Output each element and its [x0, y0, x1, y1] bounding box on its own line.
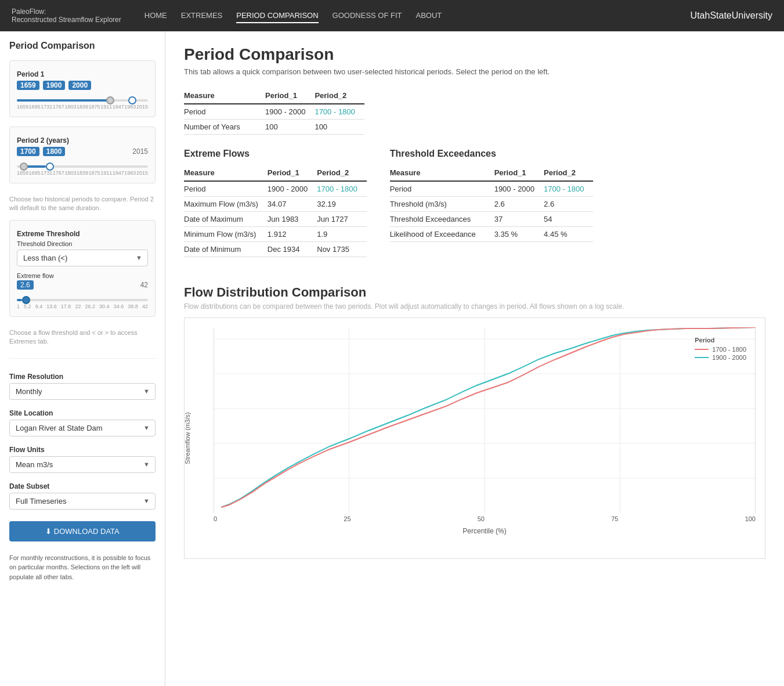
date-subset-section: Date Subset Full Timeseries ▼	[9, 480, 156, 510]
x-tick-0: 0	[214, 515, 217, 522]
overview-row1-col1: 100	[265, 120, 315, 135]
x-axis-label: Percentile (%)	[214, 527, 756, 535]
te-th-measure: Measure	[390, 165, 494, 181]
overview-row0-col1: 1900 - 2000	[265, 104, 315, 120]
main-layout: Period Comparison Period 1 1659 1900 200…	[0, 31, 784, 686]
ef-r1-c2: 32.19	[317, 197, 366, 212]
te-th-period2: Period_2	[544, 165, 593, 181]
period2-thumb2[interactable]	[46, 163, 54, 171]
table-row: Threshold Exceedances 37 54	[390, 212, 594, 227]
chart-svg: 10 5	[214, 327, 756, 513]
x-tick-1: 25	[344, 515, 351, 522]
time-resolution-select[interactable]: Monthly Annual	[9, 383, 156, 400]
site-location-wrapper: Logan River at State Dam ▼	[9, 420, 156, 436]
logo-normal: University	[732, 10, 772, 20]
overview-row1-col0: Number of Years	[184, 120, 265, 135]
time-resolution-label: Time Resolution	[9, 373, 156, 381]
te-r1-c0: Threshold (m3/s)	[390, 197, 494, 212]
extreme-flow-slider[interactable]	[17, 299, 148, 301]
table-row: Period 1900 - 2000 1700 - 1800	[184, 104, 364, 120]
nav-home[interactable]: HOME	[144, 9, 167, 23]
ef-th-measure: Measure	[184, 165, 268, 181]
brand-logo: PaleoFlow: Reconstructed Streamflow Expl…	[12, 8, 121, 24]
te-r3-c0: Likelihood of Exceedance	[390, 227, 494, 242]
ef-r3-c2: 1.9	[317, 227, 366, 242]
threshold-exceedances-section: Threshold Exceedances Measure Period_1 P…	[390, 149, 594, 257]
flow-units-wrapper: Mean m3/s Total m3/s ▼	[9, 456, 156, 473]
legend-label-0: 1700 - 1800	[712, 346, 746, 353]
ef-r3-c1: 1.912	[268, 227, 317, 242]
period1-handle2: 2000	[68, 81, 91, 90]
period1-label: Period 1	[17, 70, 148, 78]
flow-threshold-row: 2.6 42	[17, 280, 148, 290]
nav-extremes[interactable]: EXTREMES	[181, 9, 223, 23]
flow-max: 42	[140, 281, 148, 289]
ef-r3-c0: Minimum Flow (m3/s)	[184, 227, 268, 242]
extreme-flows-title: Extreme Flows	[184, 149, 367, 159]
nav-period-comparison[interactable]: PERIOD COMPARISON	[236, 9, 318, 23]
period1-thumb2[interactable]	[128, 96, 136, 104]
te-r3-c1: 3.35 %	[494, 227, 544, 242]
extreme-flows-table: Measure Period_1 Period_2 Period 1900 - …	[184, 165, 367, 257]
period1-start: 1659	[17, 81, 39, 90]
te-r1-c1: 2.6	[494, 197, 544, 212]
direction-label: Threshold Direction	[17, 240, 148, 247]
table-row: Minimum Flow (m3/s) 1.912 1.9	[184, 227, 367, 242]
sidebar-title: Period Comparison	[9, 41, 156, 51]
direction-select[interactable]: Less than (<) Greater than (>)	[17, 250, 148, 266]
period2-thumb1[interactable]	[20, 163, 28, 171]
date-subset-label: Date Subset	[9, 482, 156, 490]
legend-item-0: 1700 - 1800	[695, 346, 746, 353]
period2-end: 2015	[132, 147, 148, 156]
te-r2-c1: 37	[494, 212, 544, 227]
ef-r2-c0: Date of Maximum	[184, 212, 268, 227]
period2-handle1: 1700	[17, 147, 39, 156]
nav-menu: HOME EXTREMES PERIOD COMPARISON GOODNESS…	[144, 9, 691, 23]
flow-units-select[interactable]: Mean m3/s Total m3/s	[9, 456, 156, 473]
overview-th-period2: Period_2	[315, 88, 364, 104]
site-location-section: Site Location Logan River at State Dam ▼	[9, 407, 156, 436]
table-row: Period 1900 - 2000 1700 - 1800	[390, 181, 594, 197]
overview-table: Measure Period_1 Period_2 Period 1900 - …	[184, 88, 364, 135]
sidebar-footnote: For monthly reconstructions, it is possi…	[9, 553, 156, 582]
flow-distribution-subtitle: Flow distributions can be compared betwe…	[184, 302, 765, 310]
table-row: Date of Maximum Jun 1983 Jun 1727	[184, 212, 367, 227]
threshold-exceedances-title: Threshold Exceedances	[390, 149, 594, 159]
ef-r0-c0: Period	[184, 181, 268, 197]
table-row: Date of Minimum Dec 1934 Nov 1735	[184, 242, 367, 257]
extreme-flow-thumb[interactable]	[22, 296, 30, 304]
te-r1-c2: 2.6	[544, 197, 593, 212]
nav-goodness[interactable]: GOODNESS OF FIT	[333, 9, 402, 23]
date-subset-select[interactable]: Full Timeseries	[9, 493, 156, 510]
ef-r4-c0: Date of Minimum	[184, 242, 268, 257]
chart-container: Streamflow (m3/s)	[184, 317, 765, 559]
ef-th-period1: Period_1	[268, 165, 317, 181]
direction-dropdown-wrapper: Less than (<) Greater than (>) ▼	[17, 250, 148, 266]
nav-about[interactable]: ABOUT	[416, 9, 442, 23]
period1-thumb1[interactable]	[106, 96, 114, 104]
brand-title: PaleoFlow:	[12, 8, 121, 16]
table-row: Maximum Flow (m3/s) 34.07 32.19	[184, 197, 367, 212]
flow-distribution-title: Flow Distribution Comparison	[184, 285, 765, 300]
university-logo: UtahStateUniversity	[691, 10, 772, 21]
logo-bold: UtahState	[691, 10, 732, 20]
page-subtitle: This tab allows a quick comparison betwe…	[184, 67, 765, 76]
flow-label: Extreme flow	[17, 272, 148, 279]
period1-section: Period 1 1659 1900 2000 1659 1695 1731 1…	[9, 60, 156, 117]
ef-th-period2: Period_2	[317, 165, 366, 181]
period1-slider[interactable]	[17, 99, 148, 102]
site-location-label: Site Location	[9, 409, 156, 417]
overview-row0-col2: 1700 - 1800	[315, 104, 364, 120]
period2-values: 1700 1800 2015	[17, 147, 148, 156]
te-r3-c2: 4.45 %	[544, 227, 593, 242]
chart-legend: Period 1700 - 1800 1900 - 2000	[695, 337, 746, 362]
ef-r1-c1: 34.07	[268, 197, 317, 212]
extreme-threshold-label: Extreme Threshold	[17, 230, 148, 238]
download-button[interactable]: ⬇ DOWNLOAD DATA	[9, 521, 156, 541]
legend-label-1: 1900 - 2000	[712, 354, 746, 361]
period2-handle2: 1800	[43, 147, 66, 156]
overview-th-measure: Measure	[184, 88, 265, 104]
time-resolution-section: Time Resolution Monthly Annual ▼	[9, 370, 156, 400]
period2-slider[interactable]	[17, 165, 148, 168]
site-location-select[interactable]: Logan River at State Dam	[9, 420, 156, 436]
